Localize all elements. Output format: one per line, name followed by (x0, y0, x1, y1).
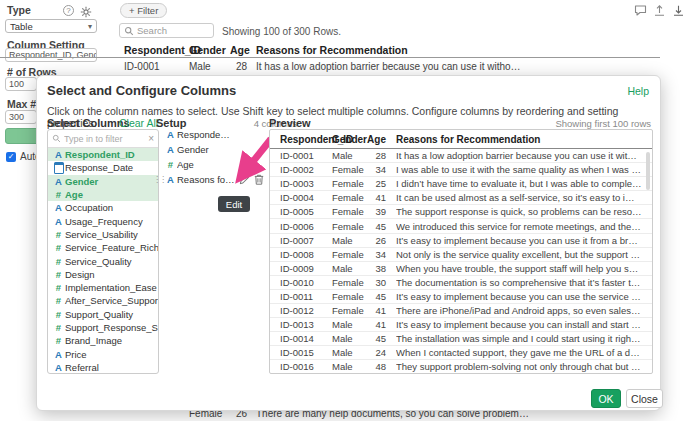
column-type-icon (52, 282, 65, 293)
column-list-item[interactable]: Age (48, 188, 158, 201)
cell-gender: Male (332, 347, 366, 358)
column-type-icon (52, 309, 65, 320)
cell-reason: It’s easy to implement because you can i… (396, 319, 652, 330)
preview-column-header: Age (366, 134, 386, 145)
table-header-row: Respondent_ID Gender Age Reasons for Rec… (0, 42, 660, 58)
clear-filter-icon[interactable]: × (148, 133, 154, 144)
column-type-icon (52, 362, 65, 373)
preview-table-row: ID-0001 Male 28 It has a low adoption ba… (270, 149, 652, 163)
cell-reason: When you have trouble, the support staff… (396, 263, 652, 274)
cell-respondent-id: ID-0009 (280, 263, 332, 274)
type-select[interactable]: Table ▾ (5, 19, 97, 33)
column-list-item[interactable]: Brand_Image (48, 334, 158, 347)
auto-run-checkbox[interactable]: ✓ (6, 152, 16, 162)
cell-gender: Male (189, 61, 230, 72)
cell-respondent-id: ID-0004 (280, 192, 332, 203)
cell-reason: It’s easy to implement because you can u… (396, 291, 652, 302)
column-name: Usage_Frequency (65, 216, 143, 227)
trash-icon[interactable] (254, 174, 264, 185)
column-name: Service_Quality (65, 256, 132, 267)
column-type-icon (52, 295, 65, 306)
column-type-icon (52, 335, 65, 346)
setup-item[interactable]: ⋮⋮ Gender (164, 142, 264, 157)
column-list-item[interactable]: Design (48, 268, 158, 281)
cell-reason: They support problem-solving not only th… (396, 361, 652, 372)
search-box[interactable] (119, 23, 214, 38)
ok-button[interactable]: OK (591, 389, 621, 408)
gear-icon[interactable] (80, 4, 92, 16)
column-list-item[interactable]: After_Service_Support (48, 294, 158, 307)
preview-column-header: Reasons for Recommendation (396, 134, 652, 145)
column-type-icon (52, 322, 65, 333)
search-input[interactable] (137, 25, 207, 36)
column-type-icon (52, 216, 65, 227)
column-list-item[interactable]: Service_Usability (48, 228, 158, 241)
column-list-item[interactable]: Support_Quality (48, 308, 158, 321)
column-filter-input[interactable] (64, 134, 142, 144)
setup-item[interactable]: ⋮⋮ Reasons for R… (164, 172, 264, 187)
setup-item[interactable]: ⋮⋮ Respondent_ID (164, 127, 264, 142)
column-filter-box[interactable]: × (48, 130, 158, 148)
cell-respondent-id: ID-0003 (280, 178, 332, 189)
preview-header: Preview (269, 117, 311, 129)
cell-reason: The documentation is so comprehensive th… (396, 277, 652, 288)
preview-table-row: ID-0011 Female 45 It’s easy to implement… (270, 290, 652, 304)
preview-table-row: ID-0009 Male 38 When you have trouble, t… (270, 262, 652, 276)
close-button[interactable]: Close (626, 389, 663, 408)
column-type-icon (52, 349, 65, 360)
setup-column-name: Reasons for R… (177, 174, 235, 185)
column-list-item[interactable]: Respondent_ID (48, 148, 158, 161)
column-name: Referral (65, 362, 99, 373)
drag-handle-icon[interactable]: ⋮⋮ (153, 175, 165, 184)
column-header: Age (230, 44, 247, 56)
cell-respondent-id: ID-0001 (124, 61, 189, 72)
column-header: Gender (189, 44, 230, 56)
preview-table-row: ID-0003 Female 25 I didn’t have time to … (270, 177, 652, 191)
comment-icon[interactable] (634, 4, 647, 17)
select-columns-header: Select Columns (47, 117, 130, 129)
column-list-item[interactable]: Service_Feature_Richness (48, 241, 158, 254)
column-list-item[interactable]: Usage_Frequency (48, 214, 158, 227)
column-type-icon (52, 229, 65, 240)
app-window: Type ? Table ▾ Column Setting Respondent… (0, 0, 690, 421)
cell-respondent-id: ID-0006 (280, 221, 332, 232)
help-link[interactable]: Help (627, 85, 649, 97)
column-name: Support_Response_Speed (65, 322, 159, 333)
edit-icon[interactable] (239, 174, 250, 185)
cell-respondent-id: ID-0001 (280, 150, 332, 161)
column-list-item[interactable]: Occupation (48, 201, 158, 214)
column-name: Response_Date (65, 162, 133, 173)
preview-table-row: ID-0015 Male 24 When I contacted support… (270, 346, 652, 360)
column-name: Support_Quality (65, 309, 133, 320)
cell-age: 26 (366, 235, 386, 246)
cell-reason: We introduced this service for remote me… (396, 221, 652, 232)
column-list-item[interactable]: Response_Date (48, 161, 158, 174)
preview-table-row: ID-0014 Male 45 The installation was sim… (270, 332, 652, 346)
row-count-status: Showing 100 of 300 Rows. (222, 26, 341, 37)
cell-age: 25 (366, 178, 386, 189)
column-type-icon (52, 242, 65, 253)
cell-gender: Female (332, 164, 366, 175)
cell-gender: Female (332, 305, 366, 316)
max-rows-input[interactable]: 300 (5, 110, 37, 124)
cell-respondent-id: ID-0008 (280, 249, 332, 260)
column-list-item[interactable]: Service_Quality (48, 254, 158, 267)
preview-header-row: Respondent_ID Gender Age Reasons for Rec… (270, 130, 652, 149)
column-list-item[interactable]: Implementation_Ease (48, 281, 158, 294)
cell-reason: It has a low adoption barrier because yo… (256, 61, 690, 72)
column-list-item[interactable]: Gender (48, 175, 158, 188)
preview-scrollbar[interactable] (646, 152, 650, 190)
column-list-item[interactable]: Price (48, 347, 158, 360)
filter-button[interactable]: + Filter (120, 3, 167, 18)
help-circle-icon[interactable]: ? (63, 5, 74, 16)
preview-table-row: ID-0013 Male 41 It’s easy to implement b… (270, 318, 652, 332)
upload-icon[interactable] (653, 4, 666, 17)
num-rows-input[interactable]: 100 (5, 77, 37, 91)
cell-reason: It can be used almost as a self-service,… (396, 192, 652, 203)
column-list-item[interactable]: Referral (48, 361, 158, 374)
column-list-item[interactable]: Support_Response_Speed (48, 321, 158, 334)
download-icon[interactable] (672, 4, 685, 17)
setup-item[interactable]: ⋮⋮ Age (164, 157, 264, 172)
clear-all-link[interactable]: Clear All (119, 117, 158, 129)
cell-reason: I didn’t have time to evaluate it, but I… (396, 178, 652, 189)
